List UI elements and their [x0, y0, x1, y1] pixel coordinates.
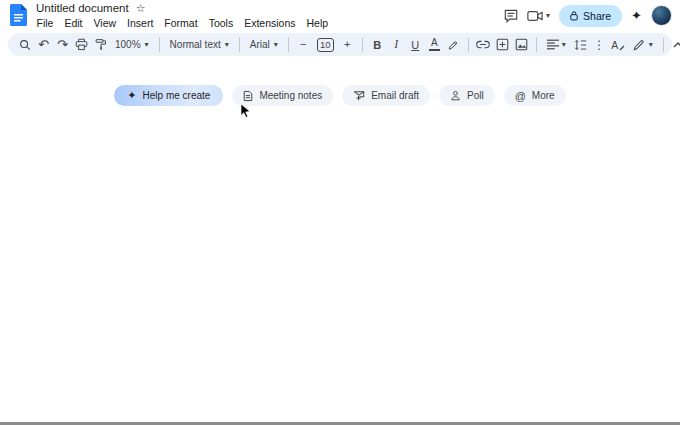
mouse-cursor — [240, 103, 251, 119]
font-family-value: Arial — [250, 39, 270, 50]
building-blocks-row: ✦ Help me create Meeting notes Email dra… — [0, 85, 680, 106]
font-family-caret-icon: ▾ — [274, 41, 278, 49]
toolbar: ↶ ↷ 100% ▾ Normal text ▾ Arial ▾ − 10 + … — [8, 33, 672, 56]
comment-history-icon[interactable] — [504, 9, 518, 23]
align-left-icon — [547, 39, 559, 50]
paragraph-style-value: Normal text — [170, 39, 221, 50]
increase-font-size-button[interactable]: + — [339, 35, 356, 54]
toolbar-divider — [288, 38, 289, 52]
menu-file[interactable]: File — [31, 16, 59, 30]
menu-extensions[interactable]: Extensions — [239, 16, 301, 30]
insert-image-icon[interactable] — [513, 35, 530, 54]
font-size-input[interactable]: 10 — [317, 38, 334, 52]
meet-video-call-icon[interactable]: ▾ — [527, 10, 550, 22]
help-me-create-chip[interactable]: ✦ Help me create — [114, 85, 223, 106]
pen-icon — [633, 39, 645, 51]
at-sign-icon: @ — [515, 90, 526, 102]
email-draft-label: Email draft — [371, 90, 419, 101]
poll-label: Poll — [467, 90, 484, 101]
toolbar-divider — [468, 38, 469, 52]
redo-icon[interactable]: ↷ — [54, 35, 71, 54]
underline-icon[interactable]: U — [407, 35, 424, 54]
menu-insert[interactable]: Insert — [122, 16, 159, 30]
poll-person-icon — [450, 90, 461, 101]
bold-icon[interactable]: B — [369, 35, 386, 54]
more-chip[interactable]: @ More — [504, 85, 566, 106]
spell-check-icon[interactable]: A — [610, 35, 627, 54]
paint-format-icon[interactable] — [92, 35, 109, 54]
zoom-select[interactable]: 100% ▾ — [111, 35, 153, 54]
meet-dropdown-caret-icon[interactable]: ▾ — [546, 12, 550, 20]
user-avatar[interactable] — [651, 5, 672, 26]
email-draft-icon — [353, 90, 365, 101]
undo-icon[interactable]: ↶ — [35, 35, 52, 54]
pen-markup-select[interactable]: ▾ — [629, 35, 657, 54]
search-menus-icon[interactable] — [16, 35, 33, 54]
menubar: File Edit View Insert Format Tools Exten… — [31, 16, 334, 30]
add-comment-icon[interactable] — [494, 35, 511, 54]
email-draft-chip[interactable]: Email draft — [342, 85, 430, 106]
zoom-value: 100% — [115, 39, 141, 50]
toolbar-divider — [239, 38, 240, 52]
align-caret-icon: ▾ — [562, 41, 566, 49]
text-color-bar — [429, 49, 440, 52]
toolbar-divider — [159, 38, 160, 52]
print-icon[interactable] — [73, 35, 90, 54]
meeting-notes-doc-icon — [243, 90, 253, 102]
google-docs-logo-icon[interactable] — [10, 4, 27, 26]
document-canvas[interactable] — [0, 60, 680, 422]
menu-tools[interactable]: Tools — [203, 16, 239, 30]
insert-link-icon[interactable] — [475, 35, 492, 54]
sparkle-icon: ✦ — [127, 89, 136, 102]
paragraph-style-caret-icon: ▾ — [225, 41, 229, 49]
meeting-notes-label: Meeting notes — [259, 90, 322, 101]
star-document-icon[interactable]: ☆ — [136, 3, 146, 14]
app-header: Untitled document ☆ File Edit View Inser… — [0, 0, 680, 31]
toolbar-divider — [362, 38, 363, 52]
lock-icon — [570, 10, 578, 21]
document-title[interactable]: Untitled document — [36, 2, 129, 14]
toolbar-divider — [536, 38, 537, 52]
align-select[interactable]: ▾ — [543, 35, 570, 54]
text-color-icon[interactable]: A — [426, 35, 443, 54]
share-button-label: Share — [583, 10, 611, 22]
more-label: More — [532, 90, 555, 101]
share-button[interactable]: Share — [559, 5, 622, 27]
text-color-letter: A — [431, 38, 438, 48]
line-spacing-icon[interactable] — [572, 35, 589, 54]
help-me-create-label: Help me create — [143, 90, 211, 101]
highlight-color-icon[interactable] — [445, 35, 462, 54]
menu-format[interactable]: Format — [159, 16, 203, 30]
zoom-caret-icon: ▾ — [145, 41, 149, 49]
paragraph-style-select[interactable]: Normal text ▾ — [166, 35, 233, 54]
pen-caret-icon: ▾ — [649, 41, 653, 49]
more-toolbar-options-icon[interactable]: ⋮ — [591, 35, 608, 54]
decrease-font-size-button[interactable]: − — [295, 35, 312, 54]
toolbar-divider — [663, 38, 664, 52]
menu-help[interactable]: Help — [301, 16, 334, 30]
poll-chip[interactable]: Poll — [439, 85, 495, 106]
gemini-sparkle-icon[interactable]: ✦ — [631, 9, 642, 22]
font-family-select[interactable]: Arial ▾ — [246, 35, 282, 54]
menu-edit[interactable]: Edit — [59, 16, 88, 30]
menu-view[interactable]: View — [88, 16, 122, 30]
hide-menus-icon[interactable] — [670, 35, 680, 54]
italic-icon[interactable]: I — [388, 35, 405, 54]
